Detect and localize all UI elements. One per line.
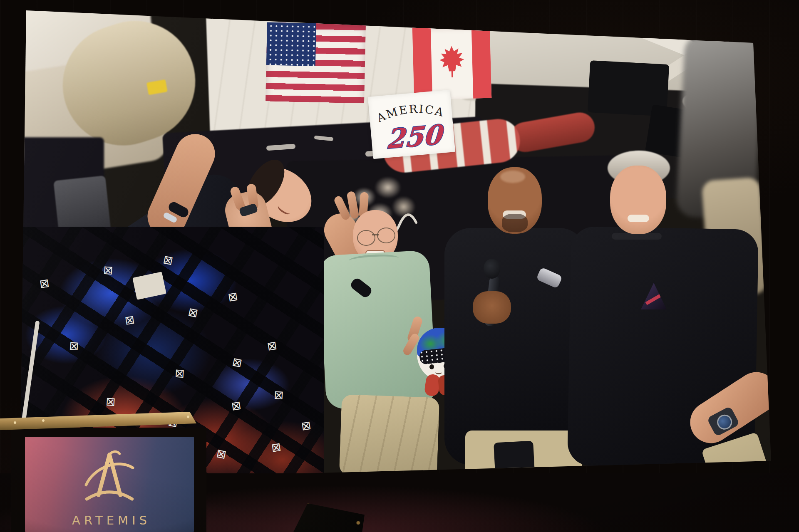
canada-flag — [412, 26, 491, 100]
glasses-icon — [357, 230, 375, 246]
america-250-banner: AMERICA 250 — [368, 90, 455, 159]
us-flag — [266, 22, 366, 104]
astronaut3-head — [488, 167, 542, 234]
astronaut3-head-shine — [500, 171, 525, 183]
us-flag-canton — [266, 22, 316, 66]
glasses-bridge — [372, 234, 379, 235]
net-marker-icon: ⊠ — [174, 367, 185, 380]
net-marker-icon: ⊠ — [227, 290, 239, 303]
artemis-wordmark: ARTEMIS — [25, 513, 194, 527]
plush-eye — [429, 364, 434, 369]
astronaut3-black-shirt — [444, 228, 586, 465]
net-marker-icon: ⊠ — [215, 448, 227, 461]
yellow-label — [146, 79, 168, 95]
net-marker-icon: ⊠ — [300, 419, 312, 432]
astronaut2-khaki-pants — [339, 394, 440, 479]
artemis-logo-icon — [78, 448, 141, 510]
astronaut4-face — [610, 166, 666, 234]
net-marker-icon: ⊠ — [103, 264, 113, 277]
net-marker-icon: ⊠ — [270, 441, 282, 454]
microphone-icon — [484, 259, 500, 279]
net-marker-icon: ⊠ — [124, 314, 136, 327]
net-marker-icon: ⊠ — [39, 277, 50, 290]
astronaut3-hand — [473, 291, 511, 324]
net-marker-icon: ⊠ — [187, 306, 199, 319]
america-250-logo-icon: AMERICA 250 — [368, 90, 455, 159]
maple-leaf-icon — [432, 40, 472, 85]
podium-front-panel: ARTEMIS — [25, 437, 194, 532]
mission-patch-detail — [645, 294, 662, 305]
astronaut3-goatee — [502, 214, 528, 232]
net-marker-icon: ⊠ — [231, 356, 243, 369]
plush-mouth — [435, 370, 442, 374]
astronaut4-smile — [628, 215, 649, 222]
astronaut2-collar — [349, 253, 399, 265]
net-marker-icon: ⊠ — [105, 396, 116, 408]
net-marker-icon: ⊠ — [69, 340, 79, 352]
net-marker-icon: ⊠ — [273, 389, 284, 401]
astronaut1-smile — [276, 203, 292, 216]
net-marker-icon: ⊠ — [231, 399, 242, 412]
canada-flag-red-band — [412, 27, 433, 100]
net-marker-icon: ⊠ — [266, 339, 278, 352]
banner-number-text: 250 — [385, 119, 445, 155]
net-marker-icon: ⊠ — [162, 254, 174, 267]
canada-flag-red-band — [471, 26, 492, 99]
auditorium-photo: AMERICA 250 — [0, 0, 799, 532]
glasses-icon — [377, 228, 395, 243]
